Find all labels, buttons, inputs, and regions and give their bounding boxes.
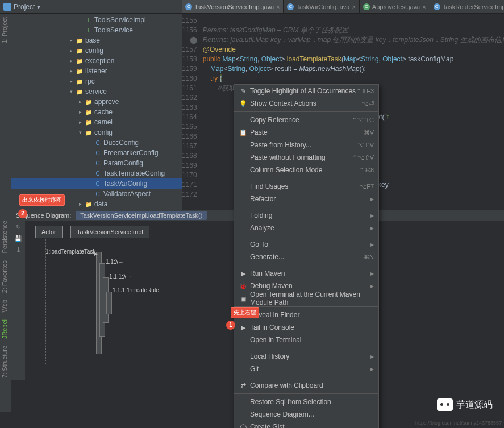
menu-separator [234, 207, 378, 207]
tree-item[interactable]: ▸📁base [11, 35, 182, 45]
menu-shortcut: ⌥⏎ [361, 100, 374, 107]
menu-shortcut: ⌃⌥⇧V [352, 154, 374, 161]
project-selector[interactable]: Project ▾ [0, 0, 44, 13]
tree-item[interactable]: ▸📁rpc [11, 76, 182, 86]
line-number: 1165 [182, 122, 203, 132]
tree-item[interactable]: ▸📁approve [11, 97, 182, 107]
menu-item[interactable]: ▶Tail in Console [234, 321, 378, 334]
tree-item[interactable]: ▾📁service [11, 86, 182, 97]
tree-node-label: rpc [85, 77, 95, 85]
tree-node-icon: 📁 [76, 67, 84, 75]
tree-node-label: data [94, 200, 107, 208]
tree-arrow-icon: ▸ [68, 48, 74, 53]
menu-label: Debug Maven [250, 282, 370, 290]
tree-item[interactable]: ▸📁cache [11, 107, 182, 117]
activation-4 [106, 292, 112, 314]
tree-node-label: ValidatorAspect [103, 190, 151, 198]
tree-node-label: DuccConfig [103, 139, 139, 147]
menu-item[interactable]: Paste without Formatting⌃⌥⇧V [234, 151, 378, 164]
line-gutter: 11551156 ⬤115711581159116011611162116311… [182, 14, 203, 210]
tree-arrow-icon: ▸ [68, 68, 74, 74]
seq-toolbar: ↻ 💾 ⤓ [11, 221, 25, 380]
tool-project[interactable]: 1: Project [0, 14, 9, 47]
menu-label: Open Terminal at the Current Maven Modul… [250, 290, 374, 306]
watermark: 芋道源码 [437, 398, 493, 411]
menu-item[interactable]: Go To▸ [234, 238, 378, 251]
tool-web[interactable]: Web [0, 296, 9, 315]
menu-item[interactable]: ▣Open Terminal at the Current Maven Modu… [234, 292, 378, 305]
tree-node-icon: C [94, 190, 102, 198]
tree-item[interactable]: CDuccConfig [11, 138, 182, 148]
tree-item[interactable]: CParamConfig [11, 158, 182, 168]
tree-item[interactable]: ▸📁exception [11, 56, 182, 66]
tree-item[interactable]: CTaskVarConfig [11, 178, 182, 189]
chevron-down-icon: ▾ [37, 3, 40, 11]
project-label: Project [14, 3, 35, 11]
tree-item[interactable]: ▾📁config [11, 127, 182, 138]
tree-item[interactable]: ▸📁config [11, 45, 182, 56]
tree-arrow-icon: ▸ [68, 58, 74, 64]
tree-arrow-icon: ▸ [68, 78, 74, 84]
tree-item[interactable]: ▸📁listener [11, 66, 182, 76]
tool-persistence[interactable]: Persistence [0, 217, 9, 256]
menu-item[interactable]: Column Selection Mode⌃⌘8 [234, 164, 378, 176]
callout-right: 先上右键 [231, 307, 259, 318]
menu-label: Paste [250, 128, 364, 136]
menu-item[interactable]: Local History▸ [234, 350, 378, 363]
editor-tab[interactable]: CTaskVersionServiceImpl.java× [182, 0, 284, 13]
menu-item[interactable]: ◯Create Gist... [234, 421, 378, 428]
editor-tab[interactable]: CTaskVarConfig.java× [284, 0, 359, 13]
menu-item[interactable]: Find Usages⌥F7 [234, 180, 378, 193]
menu-separator [234, 111, 378, 112]
menu-label: Tail in Console [250, 323, 374, 331]
line-number: 1170 [182, 171, 203, 180]
menu-item[interactable]: Generate...⌘N [234, 251, 378, 263]
tool-structure[interactable]: 7: Structure [0, 342, 9, 381]
seq-save-icon[interactable]: 💾 [14, 235, 23, 244]
file-icon: C [363, 3, 370, 10]
seq-object[interactable]: TaskVersionServiceImpl [70, 226, 149, 238]
menu-item[interactable]: Open in Terminal [234, 334, 378, 346]
close-icon[interactable]: × [276, 3, 280, 10]
menu-item[interactable]: ✎Toggle Highlight of All Occurrences⌃⇧F3 [234, 85, 378, 97]
menu-label: Copy Reference [250, 116, 352, 124]
watermark-text: 芋道源码 [456, 399, 493, 411]
editor-tab[interactable]: CApproveTest.java× [360, 0, 430, 13]
tree-item[interactable]: IToolsService [11, 25, 182, 35]
menu-item[interactable]: Analyze▸ [234, 222, 378, 234]
menu-item[interactable]: Restore Sql from Selection [234, 396, 378, 408]
project-tree[interactable]: IToolsServiceImplIToolsService▸📁base▸📁co… [11, 14, 182, 210]
tree-node-icon: 📁 [76, 57, 84, 65]
menu-item[interactable]: 📋Paste⌘V [234, 126, 378, 139]
menu-icon: 📋 [239, 129, 248, 136]
tree-item[interactable]: ▸📁camel [11, 117, 182, 127]
tree-item[interactable]: IToolsServiceImpl [11, 15, 182, 25]
editor-tabs: CTaskVersionServiceImpl.java×CTaskVarCon… [182, 0, 504, 14]
tool-jrebel[interactable]: JRebel [0, 316, 9, 342]
menu-item[interactable]: Sequence Diagram... [234, 408, 378, 421]
seq-export-icon[interactable]: ⤓ [14, 246, 23, 255]
menu-label: Compare with Clipboard [250, 381, 374, 389]
menu-item[interactable]: Folding▸ [234, 209, 378, 222]
tree-item[interactable]: CTaskTemplateConfig [11, 168, 182, 178]
menu-item[interactable]: ⇄Compare with Clipboard [234, 379, 378, 392]
seq-actor[interactable]: Actor [35, 226, 63, 238]
close-icon[interactable]: × [422, 3, 426, 10]
tree-node-label: TaskVarConfig [103, 180, 147, 188]
context-menu[interactable]: ✎Toggle Highlight of All Occurrences⌃⇧F3… [234, 84, 379, 428]
line-number: 1155 [182, 16, 203, 26]
menu-item[interactable]: Refactor▸ [234, 193, 378, 205]
close-icon[interactable]: × [352, 3, 355, 10]
tool-favorites[interactable]: 2: Favorites [0, 257, 9, 296]
menu-item[interactable]: Git▸ [234, 363, 378, 375]
menu-item[interactable]: Copy Reference⌃⌥⇧C [234, 114, 378, 126]
tree-item[interactable]: CFreemarkerConfig [11, 148, 182, 158]
seq-method[interactable]: TaskVersionServiceImpl.loadTemplateTask(… [76, 211, 207, 220]
menu-item[interactable]: Paste from History...⌥⇧V [234, 139, 378, 151]
tree-node-label: base [85, 36, 100, 44]
editor-tab[interactable]: CTaskRouterServiceImpl.java× [430, 0, 504, 13]
menu-item[interactable]: ▶Run Maven▸ [234, 267, 378, 280]
seq-refresh-icon[interactable]: ↻ [14, 223, 23, 232]
menu-item[interactable]: 💡Show Context Actions⌥⏎ [234, 97, 378, 110]
line-number: 1164 [182, 113, 203, 122]
